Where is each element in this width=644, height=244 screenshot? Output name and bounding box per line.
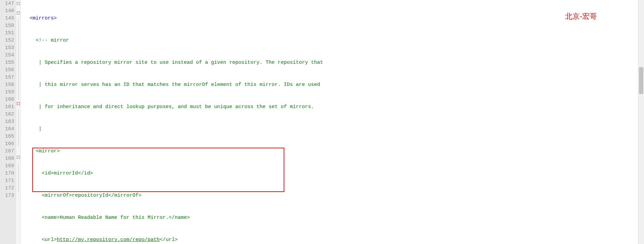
fold-gutter[interactable]: - - - - (16, 0, 21, 244)
line-number: 155 (0, 59, 14, 66)
line-number: 166 (0, 140, 14, 148)
code-editor[interactable]: 147 148 149 150 151 152 153 154 155 156 … (0, 0, 644, 244)
url-link[interactable]: http://my.repository.com/repo/path (57, 237, 160, 243)
code-line[interactable]: <mirrorOf>repositoryId</mirrorOf> (21, 192, 644, 199)
line-number: 157 (0, 74, 14, 81)
line-number: 169 (0, 162, 14, 170)
line-number: 153 (0, 44, 14, 52)
line-number: 165 (0, 133, 14, 140)
line-number: 171 (0, 177, 14, 185)
fold-minus-icon[interactable]: - (17, 102, 20, 105)
line-number: 159 (0, 89, 14, 96)
line-number: 168 (0, 155, 14, 162)
line-number: 149 (0, 15, 14, 22)
line-number: 148 (0, 7, 14, 15)
fold-minus-icon[interactable]: - (17, 11, 20, 14)
fold-guide (18, 109, 18, 146)
code-line[interactable]: <url>http://my.repository.com/repo/path<… (21, 236, 644, 244)
line-number: 162 (0, 111, 14, 118)
code-line[interactable]: <!-- mirror (21, 37, 644, 44)
line-number-gutter: 147 148 149 150 151 152 153 154 155 156 … (0, 0, 16, 244)
line-number: 172 (0, 185, 14, 192)
watermark-text: 北京-宏哥 (565, 11, 597, 21)
vertical-scrollbar[interactable] (638, 0, 644, 244)
code-line[interactable]: | (21, 126, 644, 133)
line-number: 161 (0, 103, 14, 111)
fold-guide (18, 163, 18, 193)
fold-guide (18, 19, 18, 100)
code-line[interactable]: | this mirror serves has an ID that matc… (21, 81, 644, 89)
code-line[interactable]: <id>mirrorId</id> (21, 170, 644, 177)
line-number: 173 (0, 192, 14, 199)
line-number: 154 (0, 52, 14, 59)
scrollbar-thumb[interactable] (639, 67, 643, 94)
line-number: 170 (0, 170, 14, 177)
code-line[interactable]: | Specifies a repository mirror site to … (21, 59, 644, 66)
code-line[interactable]: <mirrors> (21, 15, 644, 22)
line-number: 150 (0, 22, 14, 30)
line-number: 158 (0, 81, 14, 89)
code-line[interactable]: <mirror> (21, 148, 644, 155)
line-number: 147 (0, 0, 14, 7)
line-number: 167 (0, 148, 14, 155)
line-number: 152 (0, 37, 14, 44)
line-number: 164 (0, 126, 14, 133)
code-line[interactable]: <name>Human Readable Name for this Mirro… (21, 214, 644, 222)
fold-minus-icon[interactable]: - (17, 156, 20, 159)
line-number: 163 (0, 118, 14, 126)
line-number: 151 (0, 30, 14, 37)
code-area[interactable]: <mirrors> <!-- mirror | Specifies a repo… (21, 0, 644, 244)
code-line[interactable]: | for inheritance and direct lookup purp… (21, 103, 644, 111)
line-number: 160 (0, 96, 14, 103)
fold-minus-icon[interactable]: - (17, 2, 20, 5)
line-number: 156 (0, 66, 14, 74)
